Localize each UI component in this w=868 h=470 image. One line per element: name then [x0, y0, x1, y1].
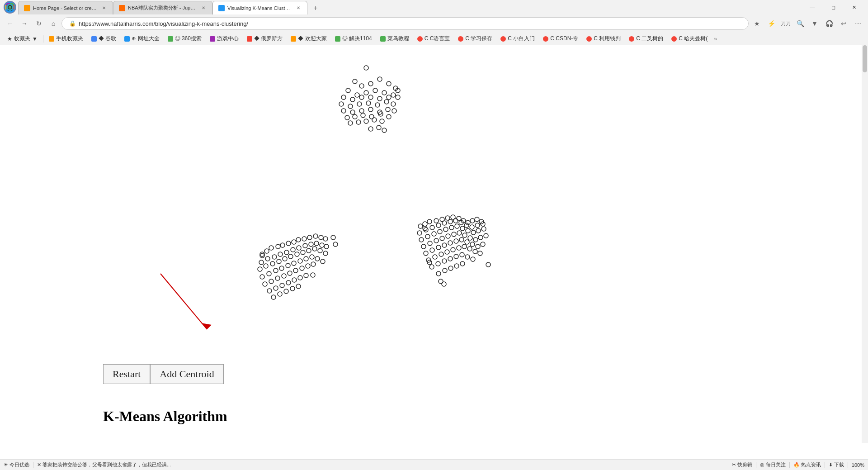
bookmark-solve[interactable]: ◎ 解决1104: [331, 34, 376, 44]
bookmark-360[interactable]: ◎ 360搜索: [164, 34, 205, 44]
svg-point-5: [368, 81, 373, 86]
svg-point-157: [466, 228, 470, 233]
home-button[interactable]: ⌂: [47, 17, 60, 30]
collection-button[interactable]: ★: [750, 17, 763, 30]
restart-button[interactable]: Restart: [103, 364, 150, 384]
bookmark-csdn[interactable]: C CSDN-专: [539, 34, 582, 44]
svg-point-76: [258, 267, 262, 271]
svg-point-12: [373, 88, 377, 93]
svg-point-19: [368, 95, 373, 100]
knife-icon[interactable]: 刀刀: [779, 17, 792, 30]
svg-point-137: [417, 231, 422, 235]
menu-button[interactable]: ⋯: [852, 17, 864, 30]
svg-point-106: [306, 264, 310, 268]
bookmark-runoob-label: 菜鸟教程: [387, 35, 409, 43]
bookmark-c-huffman[interactable]: C 哈夫曼树(: [668, 34, 711, 44]
svg-point-75: [324, 244, 329, 249]
bookmark-favicon-solve: [335, 36, 340, 42]
title-bar: Home Page - Select or create a ✕ NBA球队实力…: [0, 0, 868, 14]
bookmark-c-beginner[interactable]: C 小白入门: [497, 34, 538, 44]
new-tab-button[interactable]: +: [309, 2, 322, 14]
tab-home[interactable]: Home Page - Select or create a ✕: [18, 1, 113, 14]
status-hot[interactable]: 🔥 热点资讯: [793, 461, 821, 468]
svg-point-27: [375, 103, 380, 107]
main-content: Restart Add Centroid K-Means Algorithm: [0, 45, 868, 443]
svg-point-1: [8, 5, 12, 9]
svg-point-84: [307, 248, 311, 253]
bookmark-csdn-label: C CSDN-专: [550, 35, 578, 43]
status-news[interactable]: ✕ 婆家把装饰交给公婆，父母看到他太省露了，但我已经满...: [37, 461, 171, 468]
bookmark-c-lang[interactable]: C C语言宝: [414, 34, 454, 44]
svg-point-123: [311, 273, 315, 277]
bookmark-russia[interactable]: ◆ 俄罗斯方: [243, 34, 286, 44]
status-download[interactable]: ⬇ 下载: [829, 461, 844, 468]
bookmark-c-tree[interactable]: C 二叉树的: [625, 34, 667, 44]
status-daily[interactable]: ☀ 今日优选: [4, 461, 29, 468]
svg-point-165: [446, 234, 450, 238]
svg-point-186: [439, 252, 443, 256]
status-scissors[interactable]: ✂ 快剪辑: [732, 461, 752, 468]
tab-close-jupyter[interactable]: ✕: [200, 5, 207, 11]
svg-point-183: [481, 242, 485, 247]
svg-point-162: [428, 241, 432, 246]
svg-point-190: [462, 244, 467, 249]
close-button[interactable]: ✕: [844, 0, 864, 14]
bookmark-favorites[interactable]: ★ 收藏夹 ▼: [4, 34, 41, 44]
status-sep-5: [848, 462, 848, 468]
status-sep-4: [825, 462, 825, 468]
svg-point-7: [387, 81, 391, 86]
svg-point-140: [436, 223, 441, 228]
scrollbar-thumb[interactable]: [863, 45, 867, 72]
bookmark-web[interactable]: ⊕ 网址大全: [121, 34, 163, 44]
tab-close-home[interactable]: ✕: [101, 5, 107, 11]
lightning-button[interactable]: ⚡: [765, 17, 778, 30]
address-input[interactable]: 🔒 https://www.naftaliharris.com/blog/vis…: [61, 17, 749, 30]
svg-point-163: [434, 238, 439, 243]
svg-point-2: [364, 66, 368, 70]
download-button[interactable]: ▼: [808, 17, 821, 30]
bookmark-welcome-label: ◆ 欢迎大家: [298, 35, 326, 43]
svg-point-149: [419, 237, 424, 242]
svg-point-11: [364, 90, 368, 95]
add-centroid-button[interactable]: Add Centroid: [150, 364, 223, 384]
scrollbar[interactable]: [862, 45, 868, 443]
svg-point-65: [265, 256, 270, 261]
tab-close-visualizing[interactable]: ✕: [295, 5, 302, 11]
bookmark-welcome[interactable]: ◆ 欢迎大家: [287, 34, 330, 44]
refresh-button[interactable]: ↻: [33, 17, 45, 30]
more-bookmarks-button[interactable]: »: [712, 36, 719, 42]
status-attention[interactable]: ◎ 每日关注: [760, 461, 786, 468]
bookmark-c-money[interactable]: C 利用钱判: [583, 34, 624, 44]
svg-point-211: [439, 279, 443, 284]
svg-point-108: [267, 289, 272, 293]
svg-point-3: [353, 79, 357, 84]
search-button[interactable]: 🔍: [794, 17, 807, 30]
bookmark-favicon-google: [91, 36, 97, 42]
svg-point-61: [313, 234, 318, 238]
svg-point-179: [459, 237, 464, 242]
svg-point-192: [473, 249, 477, 254]
bookmark-favicon-mobile: [49, 36, 54, 42]
bookmark-mobile[interactable]: 手机收藏夹: [45, 34, 87, 44]
minimize-button[interactable]: —: [802, 0, 823, 14]
forward-button[interactable]: →: [18, 17, 31, 30]
undo-button[interactable]: ↩: [837, 17, 850, 30]
svg-point-67: [278, 252, 283, 256]
svg-point-111: [286, 280, 291, 285]
svg-point-59: [302, 237, 307, 241]
svg-point-195: [436, 261, 440, 266]
back-button[interactable]: ←: [4, 17, 16, 30]
svg-point-134: [470, 218, 475, 223]
maximize-button[interactable]: ◻: [823, 0, 844, 14]
bookmark-games[interactable]: 游戏中心: [206, 34, 242, 44]
svg-point-66: [272, 255, 277, 259]
svg-point-102: [282, 274, 286, 278]
bookmark-c-save[interactable]: C 学习保存: [454, 34, 496, 44]
tab-visualizing[interactable]: Visualizing K-Means Clustering ✕: [212, 1, 307, 14]
tab-label-visualizing: Visualizing K-Means Clustering: [227, 5, 292, 11]
svg-point-170: [473, 237, 478, 242]
tab-jupyter[interactable]: NBA球队实力聚类分析 - Jupyter N ✕: [113, 1, 212, 14]
bookmark-google[interactable]: ◆ 谷歌: [88, 34, 120, 44]
bookmark-runoob[interactable]: 菜鸟教程: [377, 34, 413, 44]
headphone-button[interactable]: 🎧: [823, 17, 835, 30]
